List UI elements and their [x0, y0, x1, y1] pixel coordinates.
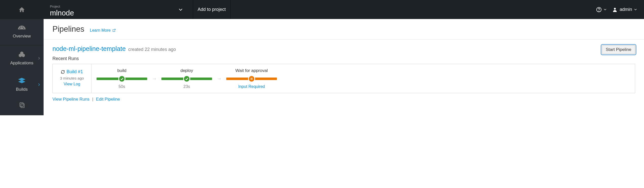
stage-bar: [226, 76, 277, 82]
arrow-right-icon: →: [152, 76, 157, 82]
page-header: Pipelines Learn More: [44, 19, 644, 40]
stage-bar: [97, 76, 147, 82]
runs-box: Build #1 3 minutes ago View Log build: [52, 64, 635, 93]
help-icon: [596, 7, 602, 12]
topbar-spacer: [231, 0, 596, 19]
pipeline-title-group: node-ml-pipeline-template created 22 min…: [52, 45, 176, 52]
run-age: 3 minutes ago: [60, 76, 84, 80]
stage-name: deploy: [180, 68, 193, 73]
layout: Overview Applications Builds: [0, 19, 644, 115]
project-name: mlnode: [50, 9, 186, 17]
cubes-icon: [18, 51, 26, 59]
external-link-icon: [112, 29, 116, 32]
pipeline-footer: View Pipeline Runs | Edit Pipeline: [52, 97, 635, 102]
topbar: Project mlnode Add to project admin: [0, 0, 644, 19]
project-label: Project: [50, 5, 186, 8]
stage-duration: 23s: [183, 84, 190, 89]
start-pipeline-button[interactable]: Start Pipeline: [602, 45, 635, 54]
sidebar-item-overview[interactable]: Overview: [0, 19, 44, 45]
check-icon: [183, 75, 190, 82]
stage-approval: Wait for approval Input Required: [226, 68, 277, 89]
learn-more-link[interactable]: Learn More: [90, 28, 116, 33]
home-icon: [18, 6, 26, 13]
build-link[interactable]: Build #1: [61, 69, 83, 74]
layers-icon: [18, 78, 26, 85]
sidebar-item-label: Overview: [13, 34, 31, 39]
build-label: Build #1: [66, 69, 83, 74]
edit-pipeline-link[interactable]: Edit Pipeline: [96, 97, 120, 102]
sidebar-item-label: Builds: [16, 87, 28, 92]
svg-point-2: [614, 8, 616, 9]
dashboard-icon: [18, 26, 26, 32]
content: Pipelines Learn More node-ml-pipeline-te…: [44, 19, 644, 115]
user-icon: [612, 7, 618, 12]
sidebar: Overview Applications Builds: [0, 19, 44, 115]
recent-runs-label: Recent Runs: [52, 56, 635, 61]
stage-duration: 50s: [119, 84, 125, 89]
pipeline-block: node-ml-pipeline-template created 22 min…: [44, 40, 644, 107]
chevron-down-icon: [634, 9, 637, 10]
page-title: Pipelines: [52, 25, 84, 34]
view-log-link[interactable]: View Log: [64, 82, 80, 86]
user-menu[interactable]: admin: [612, 7, 637, 12]
pipeline-created: created 22 minutes ago: [128, 47, 176, 52]
home-button[interactable]: [0, 0, 44, 19]
svg-rect-3: [20, 103, 23, 106]
input-required-link[interactable]: Input Required: [238, 84, 265, 89]
stage-name: Wait for approval: [235, 68, 268, 73]
chevron-down-icon: [179, 7, 183, 12]
stage-deploy: deploy 23s: [161, 68, 212, 89]
sidebar-item-builds[interactable]: Builds: [0, 72, 44, 98]
arrow-right-icon: →: [217, 76, 222, 82]
stage-name: build: [117, 68, 126, 73]
topbar-right: admin: [596, 0, 644, 19]
add-to-project-button[interactable]: Add to project: [193, 0, 231, 19]
user-name: admin: [620, 7, 632, 12]
refresh-icon: [61, 70, 65, 74]
learn-more-label: Learn More: [90, 28, 111, 33]
sidebar-item-more[interactable]: [0, 98, 44, 113]
sidebar-item-label: Applications: [10, 61, 33, 66]
sidebar-item-applications[interactable]: Applications: [0, 45, 44, 72]
add-to-project-label: Add to project: [198, 7, 226, 12]
chevron-right-icon: [38, 83, 40, 87]
pipeline-header: node-ml-pipeline-template created 22 min…: [52, 45, 635, 54]
copy-icon: [18, 102, 25, 109]
separator: |: [92, 97, 93, 102]
svg-rect-4: [21, 104, 24, 108]
stage-bar: [161, 76, 212, 82]
help-menu[interactable]: [596, 7, 607, 12]
pipeline-name-link[interactable]: node-ml-pipeline-template: [52, 45, 126, 52]
svg-point-1: [599, 11, 599, 11]
view-pipeline-runs-link[interactable]: View Pipeline Runs: [52, 97, 89, 102]
svg-rect-6: [252, 78, 252, 80]
check-icon: [118, 75, 125, 82]
chevron-down-icon: [604, 9, 607, 10]
run-meta: Build #1 3 minutes ago View Log: [53, 64, 91, 93]
project-selector[interactable]: Project mlnode: [44, 0, 193, 19]
pause-icon: [248, 75, 255, 82]
stages: build 50s → deploy: [91, 64, 635, 93]
chevron-right-icon: [38, 56, 40, 61]
svg-rect-5: [251, 78, 251, 80]
stage-build: build 50s: [97, 68, 147, 89]
